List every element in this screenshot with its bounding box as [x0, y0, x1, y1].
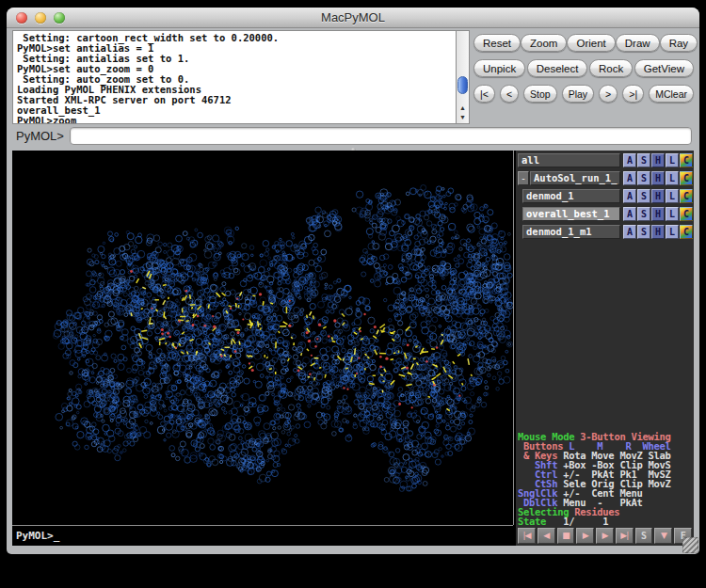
action-buttons: ASHLC — [622, 171, 693, 185]
action-s-button[interactable]: S — [637, 153, 650, 167]
console-line: PyMOL>zoom — [17, 116, 456, 124]
action-buttons: ASHLC — [622, 207, 693, 221]
object-name-all[interactable]: all — [518, 153, 620, 167]
console-line: overall_best_1 — [17, 105, 456, 116]
resize-grip[interactable] — [682, 537, 698, 553]
movie-back-button[interactable]: ◀ — [538, 528, 555, 544]
toolbar-button-getview[interactable]: GetView — [634, 59, 694, 77]
action-h-button[interactable]: H — [651, 153, 665, 167]
toolbar-button-stop[interactable]: Stop — [523, 85, 557, 103]
action-s-button[interactable]: S — [637, 171, 650, 185]
toolbar-button-btn[interactable]: |< — [473, 85, 495, 103]
toolbar-button-mclear[interactable]: MClear — [649, 85, 694, 103]
main-area: PyMOL>_ all ASHLC - AutoSol_run_1_ ASHLC… — [12, 151, 694, 546]
action-c-button[interactable]: C — [680, 207, 693, 221]
mouse-mode-panel: Mouse Mode 3-Button Viewing Buttons L M … — [518, 432, 693, 526]
action-c-button[interactable]: C — [680, 171, 693, 185]
viewport-sidebar-divider[interactable] — [513, 151, 514, 525]
action-l-button[interactable]: L — [666, 189, 679, 203]
action-l-button[interactable]: L — [666, 171, 679, 185]
action-buttons: ASHLC — [622, 225, 693, 239]
action-l-button[interactable]: L — [666, 153, 679, 167]
object-name-overall-best-1[interactable]: overall_best_1 — [522, 207, 620, 221]
object-row: all ASHLC — [518, 152, 693, 168]
toolbar-button-btn[interactable]: < — [500, 85, 519, 103]
movie-stop-button[interactable]: ■ — [557, 528, 575, 544]
movie-end-button[interactable]: ▶| — [616, 528, 634, 544]
movie-scene-button[interactable]: S — [635, 528, 653, 544]
movie-rewind-button[interactable]: |◀ — [518, 528, 536, 544]
command-row: PyMOL> — [16, 126, 692, 145]
object-name-autosol-run-1[interactable]: AutoSol_run_1_ — [530, 171, 620, 185]
object-list: all ASHLC - AutoSol_run_1_ ASHLC denmod_… — [516, 151, 694, 240]
action-s-button[interactable]: S — [637, 207, 650, 221]
toolbar-button-unpick[interactable]: Unpick — [473, 59, 525, 77]
toolbar-button-orient[interactable]: Orient — [567, 34, 615, 52]
action-h-button[interactable]: H — [651, 207, 665, 221]
viewport-prompt-divider — [12, 525, 513, 526]
action-a-button[interactable]: A — [623, 207, 636, 221]
toolbar-button-deselect[interactable]: Deselect — [527, 59, 588, 77]
action-h-button[interactable]: H — [651, 171, 665, 185]
toolbar-button-reset[interactable]: Reset — [473, 34, 521, 52]
toolbar-button-rock[interactable]: Rock — [589, 59, 633, 77]
toolbar-button-btn[interactable]: >| — [622, 85, 644, 103]
toolbar-button-draw[interactable]: Draw — [616, 34, 660, 52]
console-scrollbar[interactable]: ▲ ▼ — [456, 30, 470, 124]
object-name-denmod-1[interactable]: denmod_1 — [522, 189, 620, 203]
command-input[interactable] — [70, 127, 692, 145]
scrollbar-down-arrow-icon[interactable]: ▼ — [457, 113, 469, 122]
density-mesh-canvas[interactable] — [12, 151, 513, 525]
action-buttons: ASHLC — [622, 189, 693, 203]
command-prompt-label: PyMOL> — [16, 129, 64, 143]
toolbar-button-play[interactable]: Play — [562, 85, 594, 103]
expand-toggle[interactable]: - — [518, 171, 529, 185]
action-h-button[interactable]: H — [651, 225, 665, 239]
movie-play-button[interactable]: ▶ — [576, 528, 594, 544]
action-a-button[interactable]: A — [623, 171, 636, 185]
window-title: MacPyMOL — [7, 10, 699, 24]
object-name-denmod-1-m1[interactable]: denmod_1_m1 — [522, 225, 620, 239]
titlebar[interactable]: MacPyMOL — [7, 8, 699, 28]
action-l-button[interactable]: L — [666, 207, 679, 221]
action-a-button[interactable]: A — [623, 189, 636, 203]
movie-menu-button[interactable]: ▼ — [654, 528, 672, 544]
toolbar-button-ray[interactable]: Ray — [660, 34, 698, 52]
action-c-button[interactable]: C — [680, 189, 693, 203]
mouse-panel-line[interactable]: State 1/ 1 — [518, 516, 693, 526]
action-h-button[interactable]: H — [651, 189, 665, 203]
scrollbar-up-arrow-icon[interactable]: ▲ — [457, 103, 469, 113]
object-row: overall_best_1 ASHLC — [518, 206, 693, 222]
object-row: denmod_1_m1 ASHLC — [518, 224, 693, 240]
action-buttons: ASHLC — [622, 153, 693, 167]
macpymol-window: MacPyMOL Setting: cartoon_rect_width set… — [7, 8, 699, 554]
scrollbar-thumb[interactable] — [457, 76, 468, 94]
action-s-button[interactable]: S — [637, 189, 650, 203]
movie-forward-button[interactable]: ▶ — [596, 528, 614, 544]
toolbar-button-btn[interactable]: > — [599, 85, 618, 103]
toolbar-button-zoom[interactable]: Zoom — [521, 34, 567, 52]
console-output[interactable]: Setting: cartoon_rect_width set to 0.200… — [12, 30, 456, 124]
action-c-button[interactable]: C — [680, 225, 693, 239]
object-row: denmod_1 ASHLC — [518, 188, 693, 204]
object-sidebar: all ASHLC - AutoSol_run_1_ ASHLC denmod_… — [516, 151, 694, 546]
control-button-panel: ResetZoomOrientDrawRay UnpickDeselectRoc… — [473, 34, 694, 110]
action-a-button[interactable]: A — [623, 225, 636, 239]
viewport-prompt: PyMOL>_ — [16, 530, 59, 542]
action-s-button[interactable]: S — [637, 225, 650, 239]
action-c-button[interactable]: C — [680, 153, 693, 167]
3d-viewport[interactable]: PyMOL>_ — [12, 151, 513, 546]
action-l-button[interactable]: L — [666, 225, 679, 239]
action-a-button[interactable]: A — [623, 153, 636, 167]
object-row: - AutoSol_run_1_ ASHLC — [518, 170, 693, 186]
movie-control-bar: |◀◀■▶▶▶|S▼F — [518, 528, 692, 545]
